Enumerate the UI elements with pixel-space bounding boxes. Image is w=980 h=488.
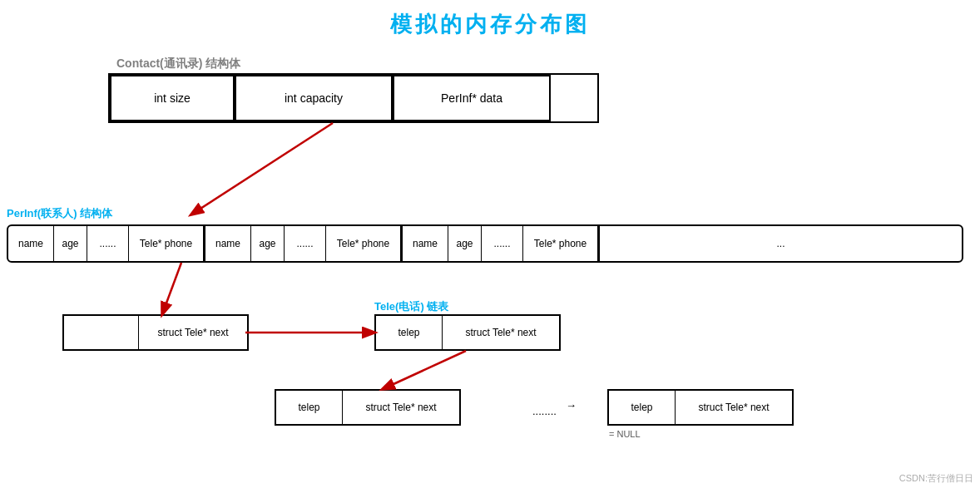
perinf-group-2: name age ...... Tele* phone [205, 226, 403, 261]
tele-cell-telep-3: telep [276, 391, 343, 424]
arrow-tele2-to-tele3 [383, 351, 466, 389]
perinf-cell-dots-2: ...... [285, 226, 326, 261]
tele-cell-telep-4: telep [609, 391, 676, 424]
tele-box-2: telep struct Tele* next [374, 314, 561, 351]
watermark: CSDN:苦行僧日日 [899, 472, 973, 485]
tele-cell-empty-1 [64, 316, 139, 349]
arrow-perinf-to-tele1 [162, 263, 181, 314]
perinf-cell-age-1: age [54, 226, 87, 261]
perinf-cell-phone-2: Tele* phone [326, 226, 401, 261]
tele-cell-next-4: struct Tele* next [676, 391, 792, 424]
perinf-cell-name-1: name [8, 226, 54, 261]
tele-cell-next-2: struct Tele* next [443, 316, 559, 349]
perinf-cell-name-2: name [205, 226, 251, 261]
contact-label: Contact(通讯录) 结构体 [116, 57, 240, 71]
contact-cell-int-capacity: int capacity [235, 75, 393, 121]
tele-cell-next-3: struct Tele* next [343, 391, 459, 424]
perinf-cell-phone-1: Tele* phone [129, 226, 204, 261]
tele-dots-middle: ........ [532, 405, 557, 417]
tele-arrow-right-label: → [566, 399, 577, 412]
contact-cell-perinf-data: PerInf* data [393, 75, 551, 121]
perinf-row: name age ...... Tele* phone name age ...… [7, 224, 963, 263]
perinf-group-1: name age ...... Tele* phone [8, 226, 205, 261]
tele-cell-telep-2: telep [376, 316, 443, 349]
perinf-cell-dots-3: ...... [482, 226, 523, 261]
tele-box-1: struct Tele* next [62, 314, 249, 351]
perinf-group-3: name age ...... Tele* phone [403, 226, 600, 261]
perinf-cell-age-3: age [448, 226, 482, 261]
perinf-cell-dots-1: ...... [87, 226, 129, 261]
arrow-contact-to-perinf [191, 123, 333, 214]
tele-box-3: telep struct Tele* next [275, 389, 461, 426]
perinf-cell-age-2: age [251, 226, 285, 261]
page-title: 模拟的内存分布图 [0, 0, 980, 39]
perinf-trailing: ... [600, 226, 962, 261]
perinf-cell-name-3: name [403, 226, 448, 261]
tele-label: Tele(电话) 链表 [374, 299, 448, 314]
contact-box: int size int capacity PerInf* data [108, 73, 599, 123]
null-label: = NULL [609, 429, 641, 439]
tele-box-4: telep struct Tele* next [607, 389, 794, 426]
perinf-cell-phone-3: Tele* phone [523, 226, 598, 261]
perinf-label: PerInf(联系人) 结构体 [7, 206, 112, 221]
contact-cell-int-size: int size [110, 75, 235, 121]
tele-cell-next-1: struct Tele* next [139, 316, 247, 349]
